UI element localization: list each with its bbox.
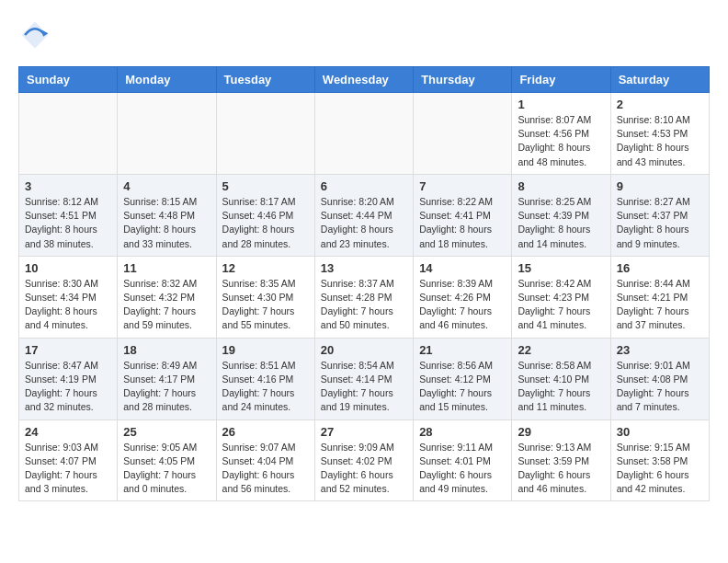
day-info: Sunrise: 9:07 AM Sunset: 4:04 PM Dayligh…	[222, 441, 309, 497]
day-number: 26	[222, 425, 309, 439]
calendar-week-row: 10Sunrise: 8:30 AM Sunset: 4:34 PM Dayli…	[19, 256, 710, 338]
day-number: 9	[617, 179, 703, 193]
calendar-day-cell: 26Sunrise: 9:07 AM Sunset: 4:04 PM Dayli…	[216, 419, 314, 501]
calendar-day-cell: 6Sunrise: 8:20 AM Sunset: 4:44 PM Daylig…	[314, 174, 413, 256]
day-info: Sunrise: 8:51 AM Sunset: 4:16 PM Dayligh…	[222, 359, 309, 415]
day-number: 10	[25, 261, 111, 275]
day-number: 27	[321, 425, 407, 439]
calendar-week-row: 17Sunrise: 8:47 AM Sunset: 4:19 PM Dayli…	[19, 338, 710, 419]
weekday-header-monday: Monday	[118, 67, 216, 93]
calendar-day-cell: 9Sunrise: 8:27 AM Sunset: 4:37 PM Daylig…	[610, 174, 709, 256]
day-number: 19	[222, 343, 309, 357]
calendar-day-cell: 28Sunrise: 9:11 AM Sunset: 4:01 PM Dayli…	[414, 419, 512, 501]
day-number: 22	[518, 343, 604, 357]
day-info: Sunrise: 8:17 AM Sunset: 4:46 PM Dayligh…	[222, 195, 309, 251]
day-info: Sunrise: 9:05 AM Sunset: 4:05 PM Dayligh…	[123, 441, 210, 497]
calendar-day-cell: 20Sunrise: 8:54 AM Sunset: 4:14 PM Dayli…	[314, 338, 413, 419]
day-number: 1	[518, 98, 604, 111]
logo-icon	[18, 18, 51, 52]
weekday-header-friday: Friday	[512, 67, 610, 93]
day-number: 24	[25, 425, 111, 439]
calendar-day-cell	[216, 93, 314, 175]
day-number: 21	[419, 343, 506, 357]
day-info: Sunrise: 8:58 AM Sunset: 4:10 PM Dayligh…	[518, 359, 604, 415]
calendar-day-cell: 3Sunrise: 8:12 AM Sunset: 4:51 PM Daylig…	[19, 174, 118, 256]
calendar-day-cell: 16Sunrise: 8:44 AM Sunset: 4:21 PM Dayli…	[610, 256, 709, 338]
logo	[18, 18, 57, 52]
page-header	[18, 18, 710, 52]
weekday-header-tuesday: Tuesday	[216, 67, 314, 93]
calendar-day-cell: 10Sunrise: 8:30 AM Sunset: 4:34 PM Dayli…	[19, 256, 118, 338]
calendar-day-cell: 24Sunrise: 9:03 AM Sunset: 4:07 PM Dayli…	[19, 419, 118, 501]
day-info: Sunrise: 9:15 AM Sunset: 3:58 PM Dayligh…	[617, 441, 703, 497]
day-info: Sunrise: 8:47 AM Sunset: 4:19 PM Dayligh…	[25, 359, 111, 415]
calendar-day-cell: 4Sunrise: 8:15 AM Sunset: 4:48 PM Daylig…	[118, 174, 216, 256]
calendar-day-cell: 7Sunrise: 8:22 AM Sunset: 4:41 PM Daylig…	[414, 174, 512, 256]
calendar-day-cell: 11Sunrise: 8:32 AM Sunset: 4:32 PM Dayli…	[118, 256, 216, 338]
calendar-header-row: SundayMondayTuesdayWednesdayThursdayFrid…	[19, 67, 710, 93]
day-number: 28	[419, 425, 506, 439]
day-info: Sunrise: 8:30 AM Sunset: 4:34 PM Dayligh…	[25, 277, 111, 333]
day-info: Sunrise: 8:54 AM Sunset: 4:14 PM Dayligh…	[321, 359, 407, 415]
day-number: 8	[518, 179, 604, 193]
day-info: Sunrise: 8:27 AM Sunset: 4:37 PM Dayligh…	[617, 195, 703, 251]
weekday-header-wednesday: Wednesday	[314, 67, 413, 93]
calendar-day-cell: 18Sunrise: 8:49 AM Sunset: 4:17 PM Dayli…	[118, 338, 216, 419]
calendar-day-cell: 23Sunrise: 9:01 AM Sunset: 4:08 PM Dayli…	[610, 338, 709, 419]
day-number: 4	[123, 179, 210, 193]
day-info: Sunrise: 8:15 AM Sunset: 4:48 PM Dayligh…	[123, 195, 210, 251]
calendar-day-cell	[414, 93, 512, 175]
day-info: Sunrise: 9:11 AM Sunset: 4:01 PM Dayligh…	[419, 441, 506, 497]
calendar-day-cell	[118, 93, 216, 175]
day-number: 14	[419, 261, 506, 275]
calendar-week-row: 1Sunrise: 8:07 AM Sunset: 4:56 PM Daylig…	[19, 93, 710, 175]
day-info: Sunrise: 9:03 AM Sunset: 4:07 PM Dayligh…	[25, 441, 111, 497]
day-number: 25	[123, 425, 210, 439]
day-info: Sunrise: 8:22 AM Sunset: 4:41 PM Dayligh…	[419, 195, 506, 251]
day-number: 5	[222, 179, 309, 193]
calendar-day-cell: 22Sunrise: 8:58 AM Sunset: 4:10 PM Dayli…	[512, 338, 610, 419]
day-number: 23	[617, 343, 703, 357]
day-info: Sunrise: 8:10 AM Sunset: 4:53 PM Dayligh…	[617, 113, 703, 169]
day-number: 6	[321, 179, 407, 193]
calendar-day-cell: 17Sunrise: 8:47 AM Sunset: 4:19 PM Dayli…	[19, 338, 118, 419]
calendar-day-cell: 12Sunrise: 8:35 AM Sunset: 4:30 PM Dayli…	[216, 256, 314, 338]
day-number: 12	[222, 261, 309, 275]
day-info: Sunrise: 8:37 AM Sunset: 4:28 PM Dayligh…	[321, 277, 407, 333]
day-number: 16	[617, 261, 703, 275]
calendar-day-cell: 5Sunrise: 8:17 AM Sunset: 4:46 PM Daylig…	[216, 174, 314, 256]
day-info: Sunrise: 8:49 AM Sunset: 4:17 PM Dayligh…	[123, 359, 210, 415]
day-number: 2	[617, 98, 703, 111]
day-number: 3	[25, 179, 111, 193]
day-info: Sunrise: 8:25 AM Sunset: 4:39 PM Dayligh…	[518, 195, 604, 251]
calendar-day-cell: 14Sunrise: 8:39 AM Sunset: 4:26 PM Dayli…	[414, 256, 512, 338]
calendar-day-cell: 15Sunrise: 8:42 AM Sunset: 4:23 PM Dayli…	[512, 256, 610, 338]
calendar-day-cell: 1Sunrise: 8:07 AM Sunset: 4:56 PM Daylig…	[512, 93, 610, 175]
day-number: 15	[518, 261, 604, 275]
calendar-week-row: 3Sunrise: 8:12 AM Sunset: 4:51 PM Daylig…	[19, 174, 710, 256]
calendar-day-cell: 19Sunrise: 8:51 AM Sunset: 4:16 PM Dayli…	[216, 338, 314, 419]
calendar-day-cell: 30Sunrise: 9:15 AM Sunset: 3:58 PM Dayli…	[610, 419, 709, 501]
weekday-header-sunday: Sunday	[19, 67, 118, 93]
day-info: Sunrise: 9:09 AM Sunset: 4:02 PM Dayligh…	[321, 441, 407, 497]
calendar-day-cell: 2Sunrise: 8:10 AM Sunset: 4:53 PM Daylig…	[610, 93, 709, 175]
calendar-day-cell	[19, 93, 118, 175]
day-info: Sunrise: 8:35 AM Sunset: 4:30 PM Dayligh…	[222, 277, 309, 333]
day-number: 30	[617, 425, 703, 439]
day-info: Sunrise: 8:44 AM Sunset: 4:21 PM Dayligh…	[617, 277, 703, 333]
day-info: Sunrise: 8:56 AM Sunset: 4:12 PM Dayligh…	[419, 359, 506, 415]
calendar-day-cell: 13Sunrise: 8:37 AM Sunset: 4:28 PM Dayli…	[314, 256, 413, 338]
day-number: 7	[419, 179, 506, 193]
day-number: 13	[321, 261, 407, 275]
day-number: 18	[123, 343, 210, 357]
calendar-day-cell: 27Sunrise: 9:09 AM Sunset: 4:02 PM Dayli…	[314, 419, 413, 501]
day-number: 20	[321, 343, 407, 357]
calendar-day-cell: 21Sunrise: 8:56 AM Sunset: 4:12 PM Dayli…	[414, 338, 512, 419]
day-info: Sunrise: 8:07 AM Sunset: 4:56 PM Dayligh…	[518, 113, 604, 169]
day-info: Sunrise: 9:13 AM Sunset: 3:59 PM Dayligh…	[518, 441, 604, 497]
day-number: 29	[518, 425, 604, 439]
calendar-day-cell: 29Sunrise: 9:13 AM Sunset: 3:59 PM Dayli…	[512, 419, 610, 501]
day-info: Sunrise: 9:01 AM Sunset: 4:08 PM Dayligh…	[617, 359, 703, 415]
calendar-week-row: 24Sunrise: 9:03 AM Sunset: 4:07 PM Dayli…	[19, 419, 710, 501]
day-info: Sunrise: 8:39 AM Sunset: 4:26 PM Dayligh…	[419, 277, 506, 333]
